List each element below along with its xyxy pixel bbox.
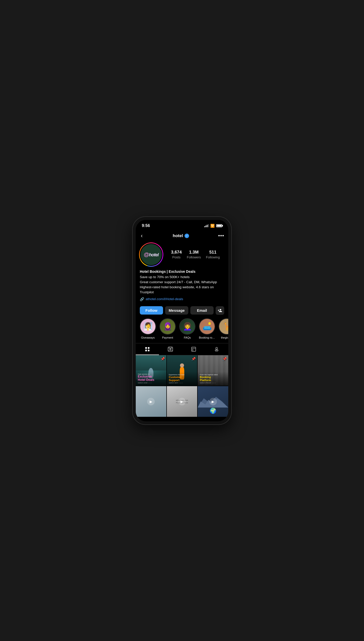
header-title: hotel ✓ — [173, 233, 189, 238]
back-button[interactable]: ‹ — [140, 232, 144, 240]
tab-grid[interactable] — [136, 343, 159, 355]
highlight-giraffe[interactable]: 🦒 thegiraffe — [219, 318, 228, 339]
grid-item-3-cta: HERE'S PROOF ——→ — [200, 382, 226, 384]
svg-rect-4 — [168, 347, 173, 351]
bio-section: Hotel Bookings | Exclusive Deals Save up… — [140, 270, 224, 301]
status-icons: 🛜 — [204, 224, 222, 228]
svg-point-5 — [170, 348, 171, 350]
pin-icon-2: 📌 — [191, 357, 196, 361]
message-button[interactable]: Message — [165, 306, 188, 315]
posts-count: 3,674 — [171, 250, 182, 255]
grid-item-3[interactable]: From the highest-rated BookingPlatform H… — [198, 355, 228, 386]
more-options-button[interactable]: ••• — [218, 233, 224, 239]
highlight-giveaways-label: Giveaways — [141, 336, 155, 339]
follow-button[interactable]: Follow — [140, 306, 163, 315]
action-buttons: Follow Message Email — [136, 304, 228, 318]
stat-following[interactable]: 511 Following — [206, 250, 220, 259]
highlight-giveaways[interactable]: 🧖‍♀️ Giveaways — [140, 318, 156, 339]
highlight-booking-label: Booking roo... — [199, 336, 215, 339]
giraffe-highlight-image: 🦒 — [222, 322, 229, 331]
grid-item-2-cta: HERE'S WHY ——→ — [169, 382, 195, 384]
grid-icon — [145, 346, 150, 352]
svg-rect-3 — [148, 349, 149, 351]
play-icon-4: ▶ — [147, 398, 155, 405]
grid-item-1-cta: HERE'S HOW ——→ — [138, 382, 164, 384]
following-count: 511 — [206, 250, 220, 255]
grid-item-3-small-text: From the highest-rated — [200, 374, 226, 376]
highlight-payment-label: Payment — [162, 336, 173, 339]
giveaways-highlight-image: 🧖‍♀️ — [143, 322, 153, 331]
pin-icon-3: 📌 — [222, 357, 227, 361]
tagged-icon — [214, 346, 219, 352]
email-button[interactable]: Email — [190, 306, 214, 315]
bio-link[interactable]: 🔗 athotel.com/l/Hotel-deals — [140, 297, 224, 301]
stat-posts[interactable]: 3,674 Posts — [171, 250, 182, 259]
bio-line-2: Great customer support 24/7 - Call, DM, … — [140, 280, 217, 284]
avatar: @hotel — [141, 244, 162, 265]
pin-icon-1: 📌 — [161, 357, 165, 361]
bio-line-1: Save up to 70% on 500K+ hotels — [140, 275, 190, 279]
stats-row: 3,674 Posts 1.3M Followers 511 Following — [167, 250, 224, 259]
bio-link-text: athotel.com/l/Hotel-deals — [146, 297, 183, 301]
phone-frame: 9:56 🛜 ‹ hotel ✓ — [133, 217, 231, 424]
highlights-row: 🧖‍♀️ Giveaways 🧕 Payment — [136, 318, 228, 343]
followers-count: 1.3M — [187, 250, 201, 255]
stat-followers[interactable]: 1.3M Followers — [187, 250, 201, 259]
avatar-wrapper[interactable]: @hotel — [140, 243, 163, 266]
avatar-logo: @hotel — [144, 251, 158, 258]
grid-item-4[interactable]: ▶ — [136, 386, 166, 417]
highlight-booking[interactable]: 🛋️ Booking roo... — [199, 318, 215, 339]
reels-icon — [168, 346, 173, 352]
highlight-faqs[interactable]: 👩‍🦱 FAQs — [179, 318, 195, 339]
content-tab-bar — [136, 343, 228, 355]
bio-text: Save up to 70% on 500K+ hotels Great cus… — [140, 275, 224, 295]
grid-item-5[interactable]: when you livePurpose here ▶ — [167, 386, 197, 417]
status-bar: 9:56 🛜 — [136, 220, 228, 230]
verified-badge: ✓ — [185, 234, 189, 238]
phone-screen: 9:56 🛜 ‹ hotel ✓ — [136, 220, 228, 421]
grid-item-6[interactable]: 🌍 ▶ — [198, 386, 228, 417]
svg-point-14 — [216, 347, 218, 349]
profile-username: hotel — [173, 233, 183, 238]
profile-content: ‹ hotel ✓ ••• @h — [136, 230, 228, 420]
booking-highlight-image: 🛋️ — [202, 322, 212, 331]
highlight-faqs-label: FAQs — [184, 336, 191, 339]
highlight-payment[interactable]: 🧕 Payment — [160, 318, 176, 339]
photo-grid: Gain access to ExclusiveHotel Deals HERE… — [136, 355, 228, 417]
grid-item-1[interactable]: Gain access to ExclusiveHotel Deals HERE… — [136, 355, 166, 386]
link-icon: 🔗 — [140, 297, 144, 301]
profile-top: @hotel 3,674 Posts 1.3M Followers — [140, 243, 224, 266]
signal-icon — [204, 224, 209, 227]
svg-rect-0 — [145, 347, 147, 348]
bio-name: Hotel Bookings | Exclusive Deals — [140, 270, 224, 274]
profile-header: ‹ hotel ✓ ••• — [136, 230, 228, 243]
wifi-icon: 🛜 — [210, 224, 215, 228]
clips-icon — [191, 346, 196, 352]
following-label: Following — [206, 255, 220, 259]
add-person-icon — [218, 308, 222, 313]
svg-rect-2 — [145, 349, 147, 351]
grid-item-2-small-text: Experience the best — [169, 374, 195, 376]
play-icon-6: ▶ — [209, 398, 217, 405]
posts-label: Posts — [172, 255, 180, 259]
tab-tagged[interactable] — [205, 343, 229, 355]
svg-rect-10 — [192, 347, 196, 351]
profile-info: @hotel 3,674 Posts 1.3M Followers — [136, 243, 228, 301]
grid-item-3-large-text: BookingPlatform — [200, 376, 226, 382]
battery-icon — [216, 224, 222, 227]
highlight-giraffe-label: thegiraffe — [221, 336, 228, 339]
grid-item-2-large-text: CustomerSupport — [169, 376, 195, 382]
play-icon-5: ▶ — [178, 398, 186, 405]
add-friend-button[interactable] — [216, 306, 224, 315]
followers-label: Followers — [187, 255, 201, 259]
tab-reels[interactable] — [159, 343, 182, 355]
tab-clips[interactable] — [182, 343, 205, 355]
bio-line-3: Highest-rated hotel booking website, 4.6… — [140, 285, 214, 294]
faqs-highlight-image: 👩‍🦱 — [183, 322, 192, 331]
grid-item-2[interactable]: Experience the best CustomerSupport HERE… — [167, 355, 197, 386]
status-time: 9:56 — [142, 223, 150, 228]
payment-highlight-image: 🧕 — [163, 322, 172, 331]
svg-rect-1 — [148, 347, 149, 348]
grid-item-1-large-text: ExclusiveHotel Deals — [138, 375, 164, 382]
